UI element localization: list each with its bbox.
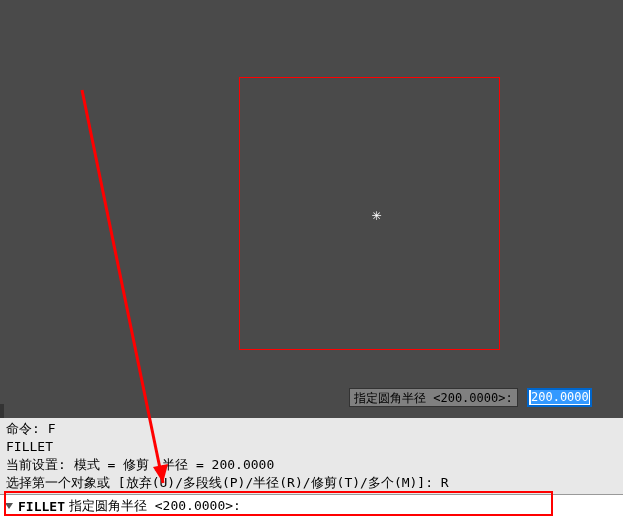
chevron-down-icon[interactable] [4,501,14,511]
drawing-canvas[interactable]: ✳ 指定圆角半径 <200.0000>: 200.0000 [0,0,623,404]
history-line: 命令: F [6,421,55,436]
command-name-label: FILLET [18,499,65,514]
command-prompt-text: 指定圆角半径 <200.0000>: [69,497,241,515]
dynamic-input[interactable]: 200.0000 [527,388,592,407]
command-input-bar[interactable]: FILLET 指定圆角半径 <200.0000>: [0,494,623,517]
rectangle-object[interactable] [239,77,500,350]
command-history: 命令: F FILLET 当前设置: 模式 = 修剪，半径 = 200.0000… [0,418,623,494]
history-line: FILLET [6,439,53,454]
dynamic-prompt-label: 指定圆角半径 <200.0000>: [349,388,518,407]
history-line: 选择第一个对象或 [放弃(U)/多段线(P)/半径(R)/修剪(T)/多个(M)… [6,475,449,490]
history-line: 当前设置: 模式 = 修剪，半径 = 200.0000 [6,457,274,472]
cursor-crosshair: ✳ [372,209,382,221]
